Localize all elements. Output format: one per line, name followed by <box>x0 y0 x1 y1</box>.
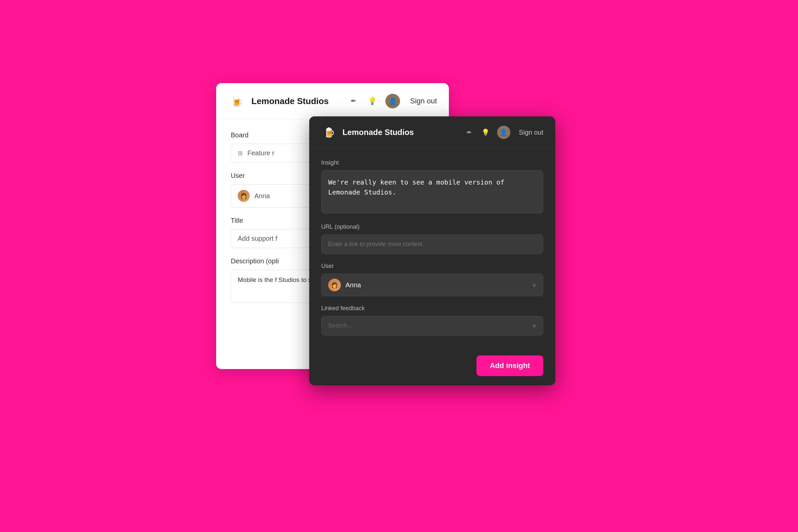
bg-edit-icon: ✒ <box>350 97 357 106</box>
bg-logo-icon: 🍺 <box>228 92 245 110</box>
modal-user-name: Anna <box>345 281 528 289</box>
linked-feedback-label: Linked feedback <box>321 305 543 312</box>
user-label: User <box>321 263 543 270</box>
bg-lightbulb-icon: 💡 <box>368 97 377 106</box>
modal-sign-out[interactable]: Sign out <box>519 129 543 136</box>
insight-textarea[interactable] <box>321 170 543 213</box>
bg-board-icon: ⊞ <box>238 150 243 157</box>
bg-avatar-face: 👤 <box>389 97 397 105</box>
search-placeholder: Search... <box>328 322 532 329</box>
modal-user-avatar: 👩 <box>328 279 341 291</box>
bg-sign-out[interactable]: Sign out <box>410 97 437 106</box>
modal-edit-icon: ✒ <box>467 128 472 136</box>
modal-logo-icon: 🍺 <box>321 125 337 140</box>
user-dropdown[interactable]: 👩 Anna ∨ <box>321 274 543 296</box>
linked-feedback-dropdown[interactable]: Search... ∨ <box>321 316 543 336</box>
bg-user-avatar-face: 👩 <box>241 193 247 199</box>
user-chevron-icon: ∨ <box>532 282 536 288</box>
bg-board-value: Feature r <box>247 149 274 157</box>
add-insight-button[interactable]: Add insight <box>476 356 543 376</box>
insight-label: Insight <box>321 159 543 166</box>
bg-avatar: 👤 <box>385 94 400 108</box>
bg-user-avatar: 👩 <box>238 190 250 202</box>
modal-lightbulb-icon: 💡 <box>481 128 490 136</box>
modal-user-avatar-face: 👩 <box>331 282 338 288</box>
bg-app-title: Lemonade Studios <box>251 96 342 107</box>
bg-user-name: Anna <box>254 192 270 200</box>
modal-header: 🍺 Lemonade Studios ✒ 💡 👤 Sign out <box>309 116 555 149</box>
insight-modal: 🍺 Lemonade Studios ✒ 💡 👤 Sign out Insigh… <box>309 116 555 385</box>
modal-app-title: Lemonade Studios <box>342 128 459 137</box>
url-input[interactable] <box>321 234 543 254</box>
modal-footer: Add insight <box>309 349 555 385</box>
search-chevron-icon: ∨ <box>532 323 536 329</box>
url-label: URL (optional) <box>321 224 543 230</box>
modal-body: Insight URL (optional) User 👩 Anna ∨ Lin… <box>309 149 555 349</box>
bg-header: 🍺 Lemonade Studios ✒ 💡 👤 Sign out <box>216 83 449 119</box>
bg-description-text: Mobile is the f Studios to sup <box>238 276 319 283</box>
bg-title-value: Add support f <box>238 235 277 242</box>
modal-avatar-face: 👤 <box>499 128 508 136</box>
modal-avatar: 👤 <box>497 126 510 139</box>
